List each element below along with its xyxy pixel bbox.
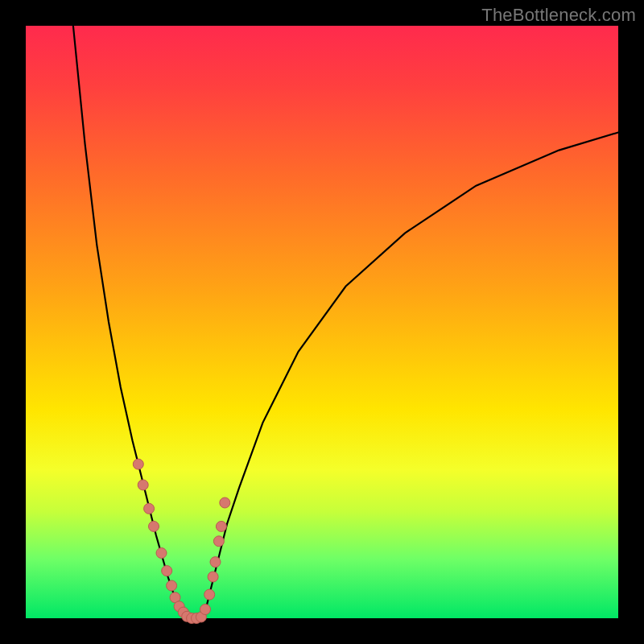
data-marker xyxy=(133,459,143,469)
data-marker xyxy=(167,580,177,591)
data-marker xyxy=(213,536,224,547)
data-marker xyxy=(144,503,155,514)
data-marker xyxy=(216,521,226,531)
data-marker xyxy=(138,480,148,490)
watermark-text: TheBottleneck.com xyxy=(481,5,636,26)
data-marker xyxy=(156,548,167,559)
data-marker xyxy=(149,521,159,531)
data-marker xyxy=(200,605,211,615)
data-marker xyxy=(162,566,172,576)
data-marker xyxy=(220,497,230,508)
data-marker xyxy=(208,572,218,582)
marker-group xyxy=(133,459,229,623)
data-marker xyxy=(204,589,215,600)
data-marker xyxy=(210,557,221,568)
chart-svg xyxy=(26,26,618,618)
